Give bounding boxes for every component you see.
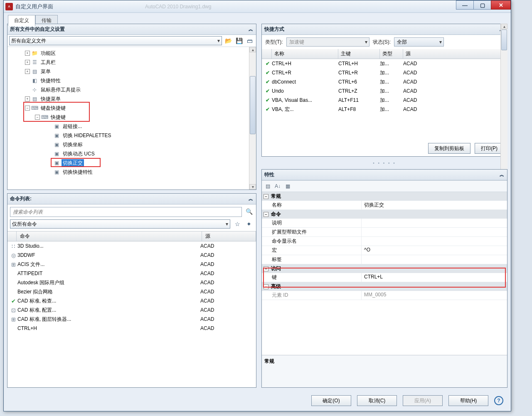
shortcuts-panel: 快捷方式 类型(T): 加速键 状态(S): 全部 名称 主键 类型 源	[261, 24, 507, 157]
window-title: 自定义用户界面	[15, 3, 53, 10]
maximize-button[interactable]: ▢	[473, 0, 491, 10]
prop-macro-value[interactable]: ^O	[362, 246, 507, 255]
command-row[interactable]: Bezier 拟合网格ACAD	[7, 287, 256, 296]
tree-node-hyperlink[interactable]: 超链接...	[62, 123, 83, 130]
tree-node-toolbars[interactable]: 工具栏	[39, 59, 57, 66]
new-command-icon[interactable]: ✦	[244, 219, 254, 229]
open-file-icon[interactable]: 📂	[224, 36, 233, 45]
properties-title: 特性	[264, 171, 274, 178]
shortcut-row[interactable]: ✔VBA, Visual Bas...ALT+F11加...ACAD	[262, 96, 507, 105]
tree-node-keyboard[interactable]: 键盘快捷键	[39, 104, 67, 112]
state-select[interactable]: 全部	[394, 37, 444, 47]
ok-button[interactable]: 确定(O)	[311, 395, 351, 406]
shortcut-list[interactable]: ✔CTRL+HCTRL+H加...ACAD✔CTRL+RCTRL+R加...AC…	[262, 59, 507, 140]
tree-node-rollover[interactable]: 鼠标悬停工具提示	[39, 86, 82, 94]
collapse-icon[interactable]	[248, 196, 254, 202]
shortcut-row[interactable]: ✔dbConnectCTRL+6加...ACAD	[262, 77, 507, 86]
apply-button[interactable]: 应用(A)	[403, 395, 443, 406]
tree-node-shortcut-keys[interactable]: 快捷键	[49, 113, 67, 121]
shortcut-row[interactable]: ✔CTRL+RCTRL+R加...ACAD	[262, 68, 507, 77]
save-icon[interactable]: 💾	[234, 36, 244, 45]
cancel-button[interactable]: 取消(C)	[357, 395, 397, 406]
property-grid[interactable]: −常规 名称切换正交 −命令 说明 扩展型帮助文件 命令显示名 宏^O 标签 −…	[262, 192, 507, 355]
command-row[interactable]: ∷3D Studio...ACAD	[7, 241, 256, 251]
properties-toolbar: ▤ A↓ ▦	[262, 180, 507, 192]
tree-node-hidepalettes[interactable]: 切换 HIDEPALETTES	[62, 132, 112, 140]
cui-file-select[interactable]: 所有自定义文件	[9, 36, 222, 45]
command-row[interactable]: ⊞ACIS 文件...ACAD	[7, 260, 256, 269]
tree-node-toggle-coords[interactable]: 切换坐标	[62, 141, 84, 149]
tree-node-toggle-ducs[interactable]: 切换动态 UCS	[62, 150, 96, 158]
tab-customize[interactable]: 自定义	[8, 15, 35, 26]
app-icon: A	[5, 3, 13, 10]
shortcut-row[interactable]: ✔UndoCTRL+Z加...ACAD	[262, 86, 507, 96]
prop-name-value[interactable]: 切换正交	[362, 201, 507, 209]
collapse-icon[interactable]	[499, 172, 505, 178]
title-bar: A 自定义用户界面 AutoCAD 2010 Drawing1.dwg — ▢ …	[4, 0, 511, 13]
save-all-icon[interactable]: 🗃	[245, 36, 254, 45]
print-button[interactable]: 打印(P)	[475, 143, 504, 154]
type-select[interactable]: 加速键	[286, 37, 369, 47]
command-row[interactable]: CTRL+HACAD	[7, 324, 256, 333]
tree-node-toggle-qp[interactable]: 切换快捷特性	[62, 168, 94, 176]
tree-node-menus[interactable]: 菜单	[39, 68, 52, 76]
command-list-title: 命令列表:	[10, 195, 32, 202]
customizations-title: 所有文件中的自定义设置	[10, 26, 65, 33]
search-icon[interactable]: 🔍	[244, 207, 254, 216]
prop-key-value[interactable]: CTRL+L	[362, 273, 507, 282]
prop-desc-value[interactable]	[362, 219, 507, 227]
command-search-input[interactable]	[10, 207, 242, 217]
cui-tree[interactable]: +📁功能区 +☰工具栏 +▤菜单 ◧快捷特性 ⊹鼠标悬停工具提示 +▤快捷菜单 …	[7, 47, 256, 190]
type-label: 类型(T):	[265, 39, 283, 46]
prop-dispname-value[interactable]	[362, 237, 507, 246]
copy-clipboard-button[interactable]: 复制到剪贴板	[428, 143, 470, 154]
prop-elemid-value: MM_0005	[362, 291, 507, 300]
help-button[interactable]: 帮助(H)	[448, 395, 488, 406]
customizations-panel: 所有文件中的自定义设置 所有自定义文件 📂 💾 🗃 +📁功能区 +☰工具栏	[7, 24, 256, 190]
star-icon[interactable]: ☆	[233, 219, 242, 229]
shortcuts-title: 快捷方式	[264, 26, 284, 33]
tree-node-ribbon[interactable]: 功能区	[39, 49, 57, 57]
shortcut-scrollbar[interactable]	[500, 59, 507, 140]
tree-node-toggle-ortho[interactable]: 切换正交	[62, 159, 84, 167]
properties-panel: 特性 ▤ A↓ ▦ −常规 名称切换正交 −命令 说明 扩展型帮助文件 命令显示…	[261, 169, 507, 388]
tree-scrollbar[interactable]	[249, 47, 256, 190]
background-title: AutoCAD 2010 Drawing1.dwg	[145, 4, 211, 10]
state-label: 状态(S):	[373, 39, 391, 46]
tree-node-shortcutmenu[interactable]: 快捷菜单	[39, 95, 62, 103]
shortcut-row[interactable]: ✔CTRL+HCTRL+H加...ACAD	[262, 59, 507, 68]
dialog-buttons: 确定(O) 取消(C) 应用(A) 帮助(H) ?	[311, 395, 503, 406]
command-list[interactable]: ∷3D Studio...ACAD◎3DDWFACAD⊞ACIS 文件...AC…	[7, 241, 256, 387]
command-row[interactable]: ⊞CAD 标准, 图层转换器...ACAD	[7, 315, 256, 324]
cui-dialog: A 自定义用户界面 AutoCAD 2010 Drawing1.dwg — ▢ …	[3, 0, 511, 411]
command-row[interactable]: ◎3DDWFACAD	[7, 251, 256, 260]
property-pages-icon[interactable]: ▦	[283, 182, 292, 190]
command-row[interactable]: ✔CAD 标准, 检查...ACAD	[7, 296, 256, 305]
categorized-icon[interactable]: ▤	[264, 182, 272, 190]
command-list-panel: 命令列表: 🔍 仅所有命令 ☆ ✦ 命令 源 ∷3D Studio..	[7, 193, 256, 388]
command-row[interactable]: Autodesk 国际用户组ACAD	[7, 278, 256, 287]
command-row[interactable]: ⊡CAD 标准, 配置...ACAD	[7, 305, 256, 315]
command-list-header: 命令 源	[7, 231, 256, 241]
prop-exthelp-value[interactable]	[362, 228, 507, 236]
close-button[interactable]: ✕	[491, 0, 511, 10]
tree-node-quickprops[interactable]: 快捷特性	[39, 77, 62, 85]
command-filter-select[interactable]: 仅所有命令	[10, 219, 230, 229]
prop-tag-value[interactable]	[362, 255, 507, 264]
alphabetical-icon[interactable]: A↓	[273, 182, 282, 190]
splitter-grip[interactable]	[261, 160, 507, 166]
shortcut-row[interactable]: ✔VBA, 宏...ALT+F8加...ACAD	[262, 105, 507, 114]
minimize-button[interactable]: —	[456, 0, 473, 10]
shortcut-list-header: 名称 主键 类型 源	[262, 49, 507, 59]
help-icon[interactable]: ?	[494, 396, 503, 405]
command-row[interactable]: ATTIPEDITACAD	[7, 269, 256, 278]
property-description: 常规	[262, 355, 507, 387]
collapse-icon[interactable]	[248, 27, 254, 32]
